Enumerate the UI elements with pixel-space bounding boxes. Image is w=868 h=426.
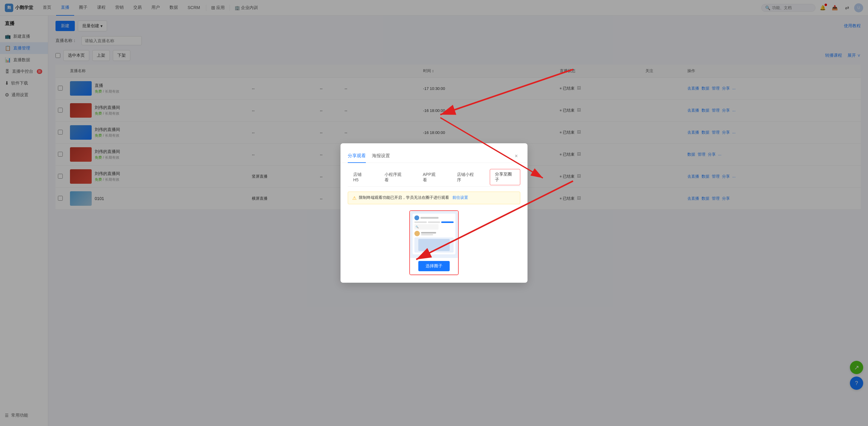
subtab-store-miniapp[interactable]: 店铺小程序 <box>452 169 483 187</box>
modal-tab-share[interactable]: 分享观看 <box>348 149 366 163</box>
preview-card-content: 🔍 <box>410 211 458 258</box>
modal-close-button[interactable]: × <box>512 151 520 161</box>
preview-outline-box: 🔍 <box>409 210 459 275</box>
warning-alert: ⚠ 限制终端观看功能已开启，学员无法在圈子进行观看 前往设置 <box>348 191 520 204</box>
warning-icon: ⚠ <box>352 195 356 201</box>
select-circle-area: 选择圈子 <box>410 258 458 274</box>
subtab-miniapp-watch[interactable]: 小程序观看 <box>379 169 410 187</box>
subtab-h5[interactable]: 店铺H5 <box>348 169 372 187</box>
subtab-share-circle[interactable]: 分享至圈子 <box>490 169 520 185</box>
modal-header: 分享观看 海报设置 × <box>341 143 527 163</box>
alert-text: 限制终端观看功能已开启，学员无法在圈子进行观看 前往设置 <box>359 195 468 200</box>
circle-preview-card: 🔍 <box>410 211 458 275</box>
modal-subtabs: 店铺H5 小程序观看 APP观看 店铺小程序 分享至圈子 <box>348 169 520 187</box>
subtab-app-watch[interactable]: APP观看 <box>417 169 444 187</box>
modal-body: 店铺H5 小程序观看 APP观看 店铺小程序 分享至圈子 ⚠ 限制终端观看功能已… <box>341 163 527 283</box>
modal-overlay[interactable]: 分享观看 海报设置 × 店铺H5 小程序观看 APP观看 店铺小程序 分享至圈子… <box>0 0 868 426</box>
preview-area: 🔍 <box>348 210 520 275</box>
preview-card-wrapper: 🔍 <box>409 210 459 275</box>
alert-settings-link[interactable]: 前往设置 <box>453 195 468 200</box>
select-circle-button[interactable]: 选择圈子 <box>418 261 450 271</box>
share-modal: 分享观看 海报设置 × 店铺H5 小程序观看 APP观看 店铺小程序 分享至圈子… <box>341 143 527 283</box>
modal-tab-poster[interactable]: 海报设置 <box>372 149 390 163</box>
